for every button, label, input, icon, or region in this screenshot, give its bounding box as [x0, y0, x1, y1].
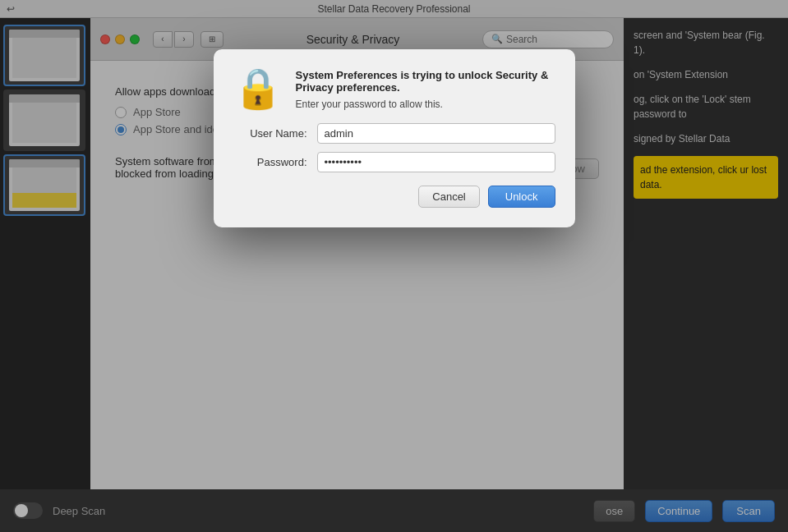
dialog-lock-icon: 🔒 — [233, 69, 283, 108]
unlock-dialog: 🔒 System Preferences is trying to unlock… — [214, 49, 575, 227]
dialog-header: 🔒 System Preferences is trying to unlock… — [233, 69, 555, 110]
cancel-button[interactable]: Cancel — [418, 186, 479, 208]
dialog-overlay: 🔒 System Preferences is trying to unlock… — [0, 0, 788, 532]
password-row: Password: — [233, 152, 555, 172]
password-input[interactable] — [317, 152, 555, 172]
password-label: Password: — [233, 156, 307, 168]
dialog-form: User Name: Password: — [233, 123, 555, 172]
username-input[interactable] — [317, 123, 555, 144]
username-row: User Name: — [233, 123, 555, 144]
unlock-button[interactable]: Unlock — [488, 186, 555, 208]
dialog-subtitle: Enter your password to allow this. — [296, 99, 555, 110]
dialog-buttons: Cancel Unlock — [233, 186, 555, 208]
username-label: User Name: — [233, 127, 307, 140]
dialog-text: System Preferences is trying to unlock S… — [296, 69, 555, 110]
dialog-title: System Preferences is trying to unlock S… — [296, 69, 555, 94]
